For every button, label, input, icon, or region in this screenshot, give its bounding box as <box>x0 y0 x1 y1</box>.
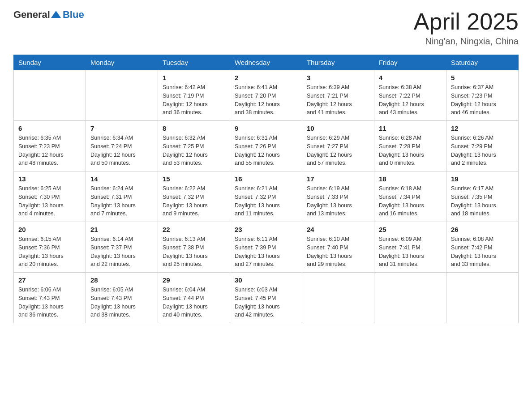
calendar-cell: 12Sunrise: 6:26 AM Sunset: 7:29 PM Dayli… <box>446 121 518 171</box>
calendar-header: SundayMondayTuesdayWednesdayThursdayFrid… <box>14 55 519 70</box>
svg-marker-0 <box>51 11 61 18</box>
day-number: 10 <box>307 124 369 132</box>
weekday-header-thursday: Thursday <box>302 55 374 70</box>
day-number: 8 <box>163 124 225 132</box>
day-number: 13 <box>18 175 81 183</box>
calendar-cell: 2Sunrise: 6:41 AM Sunset: 7:20 PM Daylig… <box>230 70 302 121</box>
day-info: Sunrise: 6:18 AM Sunset: 7:34 PM Dayligh… <box>379 184 442 218</box>
week-row-1: 1Sunrise: 6:42 AM Sunset: 7:19 PM Daylig… <box>14 70 519 121</box>
calendar-cell: 20Sunrise: 6:15 AM Sunset: 7:36 PM Dayli… <box>14 222 86 273</box>
weekday-header-sunday: Sunday <box>14 55 86 70</box>
day-number: 27 <box>18 276 81 284</box>
weekday-header-monday: Monday <box>86 55 158 70</box>
day-info: Sunrise: 6:15 AM Sunset: 7:36 PM Dayligh… <box>18 235 81 269</box>
calendar-cell <box>446 273 518 323</box>
day-number: 21 <box>90 226 153 233</box>
weekday-header-friday: Friday <box>374 55 446 70</box>
day-info: Sunrise: 6:31 AM Sunset: 7:26 PM Dayligh… <box>235 134 297 167</box>
title-block: April 2025 Ning'an, Ningxia, China <box>414 9 519 47</box>
day-number: 23 <box>235 226 297 233</box>
day-info: Sunrise: 6:08 AM Sunset: 7:42 PM Dayligh… <box>451 235 514 269</box>
calendar-cell: 3Sunrise: 6:39 AM Sunset: 7:21 PM Daylig… <box>302 70 374 121</box>
calendar-cell: 8Sunrise: 6:32 AM Sunset: 7:25 PM Daylig… <box>158 121 230 171</box>
weekday-header-row: SundayMondayTuesdayWednesdayThursdayFrid… <box>14 55 519 70</box>
calendar-cell: 4Sunrise: 6:38 AM Sunset: 7:22 PM Daylig… <box>374 70 446 121</box>
calendar-cell: 17Sunrise: 6:19 AM Sunset: 7:33 PM Dayli… <box>302 171 374 222</box>
day-number: 12 <box>451 124 514 132</box>
calendar-cell: 13Sunrise: 6:25 AM Sunset: 7:30 PM Dayli… <box>14 171 86 222</box>
calendar-cell: 23Sunrise: 6:11 AM Sunset: 7:39 PM Dayli… <box>230 222 302 273</box>
day-number: 18 <box>379 175 442 183</box>
calendar-cell: 10Sunrise: 6:29 AM Sunset: 7:27 PM Dayli… <box>302 121 374 171</box>
calendar-cell: 1Sunrise: 6:42 AM Sunset: 7:19 PM Daylig… <box>158 70 230 121</box>
calendar-cell: 26Sunrise: 6:08 AM Sunset: 7:42 PM Dayli… <box>446 222 518 273</box>
calendar-cell: 28Sunrise: 6:05 AM Sunset: 7:43 PM Dayli… <box>86 273 158 323</box>
week-row-3: 13Sunrise: 6:25 AM Sunset: 7:30 PM Dayli… <box>14 171 519 222</box>
calendar-cell: 25Sunrise: 6:09 AM Sunset: 7:41 PM Dayli… <box>374 222 446 273</box>
day-info: Sunrise: 6:14 AM Sunset: 7:37 PM Dayligh… <box>90 235 153 269</box>
week-row-5: 27Sunrise: 6:06 AM Sunset: 7:43 PM Dayli… <box>14 273 519 323</box>
day-info: Sunrise: 6:19 AM Sunset: 7:33 PM Dayligh… <box>307 184 369 218</box>
day-number: 1 <box>163 74 225 81</box>
day-number: 28 <box>90 276 153 284</box>
calendar-cell: 16Sunrise: 6:21 AM Sunset: 7:32 PM Dayli… <box>230 171 302 222</box>
calendar-cell: 15Sunrise: 6:22 AM Sunset: 7:32 PM Dayli… <box>158 171 230 222</box>
calendar-cell <box>302 273 374 323</box>
calendar-cell: 19Sunrise: 6:17 AM Sunset: 7:35 PM Dayli… <box>446 171 518 222</box>
day-info: Sunrise: 6:03 AM Sunset: 7:45 PM Dayligh… <box>235 286 297 319</box>
day-info: Sunrise: 6:29 AM Sunset: 7:27 PM Dayligh… <box>307 134 369 167</box>
day-info: Sunrise: 6:32 AM Sunset: 7:25 PM Dayligh… <box>163 134 225 167</box>
day-number: 24 <box>307 226 369 233</box>
weekday-header-wednesday: Wednesday <box>230 55 302 70</box>
month-title: April 2025 <box>414 9 519 34</box>
day-number: 22 <box>163 226 225 233</box>
day-number: 6 <box>18 124 81 132</box>
day-info: Sunrise: 6:37 AM Sunset: 7:23 PM Dayligh… <box>451 83 514 117</box>
calendar-cell: 27Sunrise: 6:06 AM Sunset: 7:43 PM Dayli… <box>14 273 86 323</box>
week-row-4: 20Sunrise: 6:15 AM Sunset: 7:36 PM Dayli… <box>14 222 519 273</box>
calendar-cell <box>86 70 158 121</box>
calendar-cell: 7Sunrise: 6:34 AM Sunset: 7:24 PM Daylig… <box>86 121 158 171</box>
day-info: Sunrise: 6:06 AM Sunset: 7:43 PM Dayligh… <box>18 286 81 319</box>
day-number: 30 <box>235 276 297 284</box>
logo-icon <box>51 10 61 20</box>
day-info: Sunrise: 6:17 AM Sunset: 7:35 PM Dayligh… <box>451 184 514 218</box>
day-number: 5 <box>451 74 514 81</box>
day-info: Sunrise: 6:35 AM Sunset: 7:23 PM Dayligh… <box>18 134 81 167</box>
day-info: Sunrise: 6:42 AM Sunset: 7:19 PM Dayligh… <box>163 83 225 117</box>
day-number: 29 <box>163 276 225 284</box>
day-info: Sunrise: 6:10 AM Sunset: 7:40 PM Dayligh… <box>307 235 369 269</box>
logo: General Blue <box>13 9 84 21</box>
calendar-cell: 11Sunrise: 6:28 AM Sunset: 7:28 PM Dayli… <box>374 121 446 171</box>
day-info: Sunrise: 6:41 AM Sunset: 7:20 PM Dayligh… <box>235 83 297 117</box>
day-number: 3 <box>307 74 369 81</box>
day-info: Sunrise: 6:24 AM Sunset: 7:31 PM Dayligh… <box>90 184 153 218</box>
calendar-table: SundayMondayTuesdayWednesdayThursdayFrid… <box>13 55 519 323</box>
day-number: 26 <box>451 226 514 233</box>
week-row-2: 6Sunrise: 6:35 AM Sunset: 7:23 PM Daylig… <box>14 121 519 171</box>
calendar-cell: 29Sunrise: 6:04 AM Sunset: 7:44 PM Dayli… <box>158 273 230 323</box>
logo-text-general: General <box>13 9 50 21</box>
day-info: Sunrise: 6:09 AM Sunset: 7:41 PM Dayligh… <box>379 235 442 269</box>
day-number: 19 <box>451 175 514 183</box>
day-info: Sunrise: 6:34 AM Sunset: 7:24 PM Dayligh… <box>90 134 153 167</box>
day-info: Sunrise: 6:04 AM Sunset: 7:44 PM Dayligh… <box>163 286 225 319</box>
day-number: 9 <box>235 124 297 132</box>
weekday-header-tuesday: Tuesday <box>158 55 230 70</box>
weekday-header-saturday: Saturday <box>446 55 518 70</box>
calendar-body: 1Sunrise: 6:42 AM Sunset: 7:19 PM Daylig… <box>14 70 519 323</box>
day-info: Sunrise: 6:11 AM Sunset: 7:39 PM Dayligh… <box>235 235 297 269</box>
day-number: 20 <box>18 226 81 233</box>
calendar-cell: 18Sunrise: 6:18 AM Sunset: 7:34 PM Dayli… <box>374 171 446 222</box>
page-header: General Blue April 2025 Ning'an, Ningxia… <box>13 9 519 47</box>
day-info: Sunrise: 6:38 AM Sunset: 7:22 PM Dayligh… <box>379 83 442 117</box>
day-info: Sunrise: 6:05 AM Sunset: 7:43 PM Dayligh… <box>90 286 153 319</box>
day-number: 4 <box>379 74 442 81</box>
calendar-cell: 24Sunrise: 6:10 AM Sunset: 7:40 PM Dayli… <box>302 222 374 273</box>
day-info: Sunrise: 6:13 AM Sunset: 7:38 PM Dayligh… <box>163 235 225 269</box>
day-number: 17 <box>307 175 369 183</box>
calendar-cell <box>14 70 86 121</box>
day-number: 11 <box>379 124 442 132</box>
calendar-cell <box>374 273 446 323</box>
day-info: Sunrise: 6:22 AM Sunset: 7:32 PM Dayligh… <box>163 184 225 218</box>
